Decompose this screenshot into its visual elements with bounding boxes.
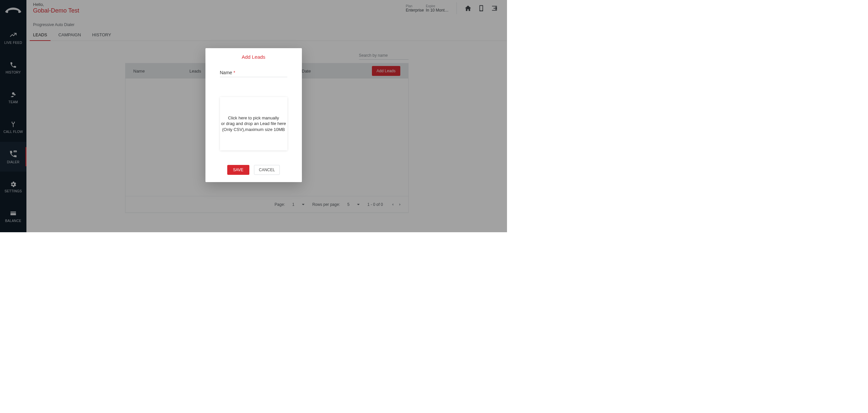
app-root: LIVE FEED HISTORY TEAM CALL FLOW SIP DIA…: [0, 0, 507, 232]
name-field[interactable]: Name *: [220, 68, 287, 77]
modal-scrim[interactable]: Add Leads Name * Click here to pick manu…: [0, 0, 507, 232]
add-leads-modal: Add Leads Name * Click here to pick manu…: [206, 48, 302, 182]
cancel-button[interactable]: CANCEL: [254, 165, 280, 175]
file-drop-zone[interactable]: Click here to pick manually or drag and …: [220, 97, 287, 150]
save-button[interactable]: SAVE: [227, 165, 249, 175]
modal-title: Add Leads: [213, 54, 294, 60]
